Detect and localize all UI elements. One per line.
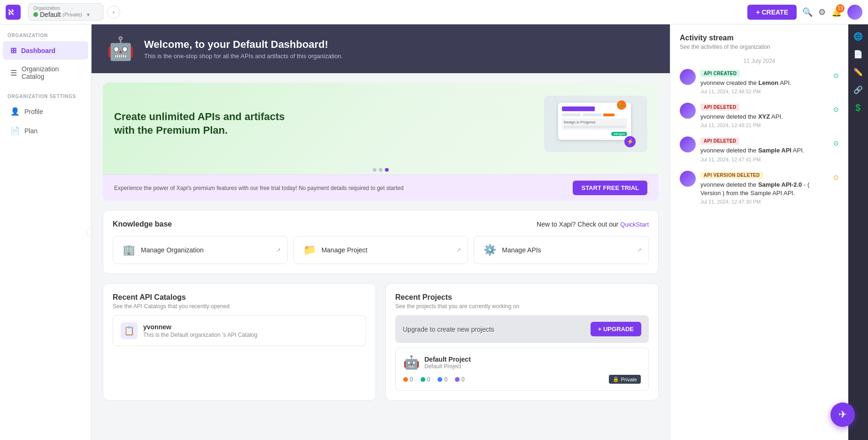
- activity-badge-deleted: API DELETED: [700, 104, 739, 111]
- right-icon-edit[interactable]: ✏️: [850, 64, 866, 80]
- search-button[interactable]: 🔍: [802, 7, 813, 17]
- activity-avatar: [680, 137, 696, 152]
- knowledge-base-title: Knowledge base: [113, 220, 172, 228]
- stat-green: 0: [421, 376, 430, 383]
- org-label: Organization: [33, 6, 91, 11]
- fab-icon: ✈: [838, 409, 847, 421]
- activity-status-icon-1: ⊙: [833, 72, 839, 79]
- recent-catalogs-section: Recent API Catalogs See the API Catalogs…: [103, 283, 376, 401]
- plan-icon: 📄: [10, 126, 20, 135]
- activity-avatar: [680, 171, 696, 187]
- activity-avatar: [680, 103, 696, 119]
- sidebar-item-label: Dashboard: [21, 47, 55, 54]
- project-name: Default Project: [424, 356, 471, 363]
- kb-item-label: Manage Organization: [141, 246, 204, 254]
- activity-status-icon-4: ⊙: [833, 174, 839, 181]
- activity-item-1: API CREATED yvonnew created the Lemon AP…: [680, 69, 839, 94]
- activity-time-4: Jul 11, 2024, 12:47:30 PM: [700, 199, 829, 205]
- promo-dots: [103, 165, 659, 174]
- main-content: 🤖 Welcome, to your Default Dashboard! Th…: [92, 24, 670, 440]
- activity-body-3: API DELETED yvonnew deleted the Sample A…: [700, 137, 829, 162]
- user-avatar[interactable]: [847, 5, 862, 20]
- promo-text: Create unlimited APIs and artifacts with…: [114, 110, 285, 137]
- promo-dot-1[interactable]: [373, 168, 376, 172]
- promo-card: Create unlimited APIs and artifacts with…: [103, 83, 659, 201]
- recent-projects-title: Recent Projects: [395, 293, 649, 302]
- settings-button[interactable]: ⚙: [818, 7, 826, 17]
- profile-icon: 👤: [10, 107, 20, 116]
- kb-item-manage-org[interactable]: 🏢 Manage Organization ↗: [113, 236, 288, 264]
- promo-cta: Experience the power of Xapi's premium f…: [103, 174, 659, 201]
- welcome-text: Welcome, to your Default Dashboard! This…: [144, 38, 343, 60]
- external-link-icon: ↗: [456, 247, 461, 253]
- catalog-item-info: yvonnew This is the Default organization…: [143, 323, 257, 338]
- dashboard-icon: ⊞: [10, 46, 16, 55]
- sidebar-item-label: Plan: [24, 127, 38, 135]
- activity-body-4: API VERSION DELETED yvonnew deleted the …: [700, 171, 829, 205]
- kb-item-manage-project[interactable]: 📁 Manage Project ↗: [293, 236, 469, 264]
- manage-apis-icon: ⚙️: [484, 244, 496, 256]
- activity-title: Activity stream: [680, 34, 839, 42]
- create-button[interactable]: + CREATE: [747, 5, 797, 20]
- catalog-icon: ☰: [10, 68, 17, 77]
- project-stats: 0 0 0 0: [403, 375, 641, 384]
- external-link-icon: ↗: [637, 247, 642, 253]
- stat-purple: 0: [455, 376, 465, 383]
- catalog-item[interactable]: 📋 yvonnew This is the Default organizati…: [113, 315, 366, 346]
- sidebar-item-profile[interactable]: 👤 Profile: [3, 102, 88, 121]
- promo-illustration: Design in Progress Merged ⚡ 🐛: [544, 96, 647, 152]
- manage-project-icon: 📁: [303, 244, 316, 256]
- catalog-item-name: yvonnew: [143, 323, 257, 331]
- right-icon-link[interactable]: 🔗: [850, 82, 866, 98]
- kb-item-label: Manage Project: [322, 246, 368, 254]
- right-icon-globe[interactable]: 🌐: [850, 28, 866, 44]
- welcome-banner: 🤖 Welcome, to your Default Dashboard! Th…: [92, 24, 670, 73]
- activity-panel: Activity stream See the activities of th…: [670, 24, 848, 440]
- kb-item-label: Manage APIs: [502, 246, 541, 254]
- sidebar-item-dashboard[interactable]: ⊞ Dashboard: [3, 41, 88, 60]
- stat-orange: 0: [403, 376, 413, 383]
- recent-catalogs-title: Recent API Catalogs: [113, 293, 366, 302]
- right-icons-panel: 🌐 📄 ✏️ 🔗 💲: [848, 24, 868, 440]
- promo-dot-2[interactable]: [379, 168, 383, 172]
- new-to-xapi-text: New to Xapi? Check out our QuickStart: [537, 220, 649, 228]
- org-name: Default: [40, 11, 61, 18]
- notifications-button[interactable]: 🔔 13: [831, 7, 842, 17]
- stat-dot-blue: [438, 377, 442, 382]
- recent-catalogs-subtitle: See the API Catalogs that you recently o…: [113, 303, 366, 310]
- external-link-icon: ↗: [276, 247, 281, 253]
- activity-badge-version-deleted: API VERSION DELETED: [700, 172, 763, 179]
- app-layout: ORGANIZATION ⊞ Dashboard ☰ Organization …: [0, 24, 868, 440]
- manage-org-icon: 🏢: [123, 244, 135, 256]
- recent-projects-section: Recent Projects See the projects that yo…: [385, 283, 659, 401]
- start-trial-button[interactable]: START FREE TRIAL: [573, 181, 647, 195]
- org-selector[interactable]: Organization Default (Private) ▼: [28, 3, 103, 21]
- sidebar-item-plan[interactable]: 📄 Plan: [3, 121, 88, 140]
- lock-icon: 🔒: [613, 376, 619, 382]
- project-desc: Default Project: [424, 363, 471, 370]
- activity-item-3: API DELETED yvonnew deleted the Sample A…: [680, 137, 839, 162]
- private-badge: 🔒 Private: [609, 375, 641, 384]
- knowledge-base-section: Knowledge base New to Xapi? Check out ou…: [103, 210, 659, 274]
- promo-dot-3[interactable]: [385, 168, 389, 172]
- logo-icon: ℵ: [6, 5, 21, 20]
- project-item[interactable]: 🤖 Default Project Default Project 0: [395, 348, 649, 391]
- upgrade-button[interactable]: + UPGRADE: [591, 322, 641, 336]
- right-icon-dollar[interactable]: 💲: [850, 99, 866, 115]
- sidebar-collapse-button[interactable]: ‹: [87, 227, 92, 237]
- catalog-item-icon: 📋: [121, 322, 138, 339]
- content-area: Create unlimited APIs and artifacts with…: [92, 73, 670, 410]
- activity-date: 11 July 2024: [680, 58, 839, 64]
- promo-inner: Create unlimited APIs and artifacts with…: [103, 83, 659, 165]
- right-icon-doc[interactable]: 📄: [850, 46, 866, 62]
- quickstart-link[interactable]: QuickStart: [620, 221, 649, 228]
- fab-button[interactable]: ✈: [830, 402, 855, 427]
- nav-forward-button[interactable]: ›: [107, 6, 120, 19]
- project-robot-icon: 🤖: [403, 355, 420, 370]
- sidebar-item-org-catalog[interactable]: ☰ Organization Catalog: [3, 61, 88, 85]
- kb-item-manage-apis[interactable]: ⚙️ Manage APIs ↗: [474, 236, 649, 264]
- upgrade-bar: Upgrade to create new projects + UPGRADE: [395, 315, 649, 343]
- welcome-title: Welcome, to your Default Dashboard!: [144, 38, 343, 51]
- topnav: ℵ Organization Default (Private) ▼ › + C…: [0, 0, 868, 24]
- welcome-subtitle: This is the one-stop shop for all the AP…: [144, 53, 343, 60]
